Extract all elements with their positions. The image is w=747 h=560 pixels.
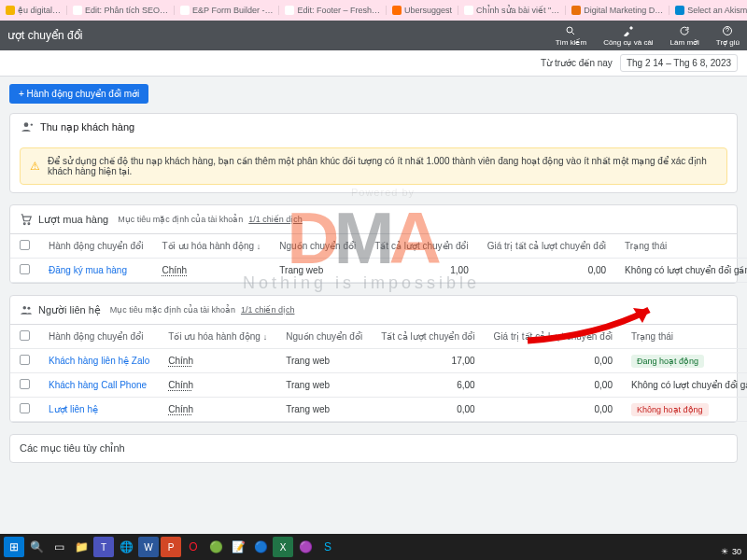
powerpoint-icon[interactable]: P — [161, 537, 181, 557]
svg-point-5 — [28, 223, 30, 225]
row-checkbox[interactable] — [20, 264, 30, 274]
help-button[interactable]: Trợ giú — [716, 25, 740, 47]
purchases-meta: Mục tiêu mặc định của tài khoản1/1 chiến… — [118, 215, 303, 224]
browser-tab[interactable]: Ubersuggest — [387, 6, 458, 15]
opera-icon[interactable]: O — [183, 537, 204, 557]
chrome-icon[interactable]: 🟢 — [205, 537, 226, 557]
browser-tab[interactable]: Edit: Phân tích SEO… — [67, 6, 175, 15]
row-checkbox[interactable] — [20, 379, 30, 389]
date-prefix: Từ trước đến nay — [541, 58, 613, 68]
table-row[interactable]: Lượt liên hệChínhTrang web0,000,00Không … — [10, 398, 747, 422]
row-checkbox[interactable] — [20, 355, 30, 365]
warning-icon: ⚠ — [30, 160, 40, 173]
sort-down-icon: ↓ — [257, 242, 261, 251]
svg-point-3 — [24, 122, 29, 127]
search-taskbar-icon[interactable]: 🔍 — [26, 537, 47, 557]
search-icon — [565, 25, 576, 36]
start-button[interactable]: ⊞ — [4, 537, 24, 557]
word-icon[interactable]: W — [138, 537, 159, 557]
svg-point-0 — [567, 27, 572, 33]
table-row[interactable]: Đăng ký mua hàngChínhTrang web1,000,00Kh… — [10, 259, 747, 283]
svg-point-4 — [23, 223, 25, 225]
browser-tab[interactable]: ệu digital… — [0, 6, 67, 15]
page-title: ượt chuyển đổi — [7, 29, 82, 42]
skype-icon[interactable]: S — [317, 537, 338, 557]
teams-icon[interactable]: T — [93, 537, 114, 557]
browser-tab[interactable]: Select an Akismet S… — [669, 6, 747, 15]
app-icon[interactable]: 🔵 — [250, 537, 271, 557]
purchases-table: Hành động chuyển đổi Tối ưu hóa hành độn… — [10, 234, 747, 283]
svg-point-7 — [27, 307, 30, 310]
date-range-bar: Từ trước đến nay Thg 2 14 – Thg 6 8, 202… — [0, 50, 747, 77]
conversion-link[interactable]: Khách hàng liên hệ Zalo — [49, 356, 149, 366]
acquisition-alert: ⚠ Để sử dụng chế độ thu nạp khách hàng, … — [20, 147, 727, 185]
purchases-header[interactable]: Lượt mua hàng — [20, 213, 108, 226]
conversion-link[interactable]: Lượt liên hệ — [49, 404, 98, 414]
table-row[interactable]: Khách hàng liên hệ ZaloChínhTrang web17,… — [10, 349, 747, 373]
person-add-icon — [20, 120, 33, 133]
contacts-card: Người liên hệ Mục tiêu mặc định của tài … — [9, 295, 738, 423]
svg-point-6 — [23, 306, 27, 310]
custom-goals-card[interactable]: Các mục tiêu tùy chỉnh — [9, 434, 738, 463]
browser-tab[interactable]: Chỉnh sửa bài viết "… — [458, 6, 566, 15]
task-view-icon[interactable]: ▭ — [49, 537, 69, 557]
contacts-header[interactable]: Người liên hệ — [20, 303, 101, 316]
help-icon — [722, 25, 733, 36]
wrench-icon — [623, 25, 634, 36]
conversion-link[interactable]: Đăng ký mua hàng — [49, 265, 127, 275]
svg-line-1 — [572, 32, 575, 35]
windows-taskbar[interactable]: ⊞ 🔍 ▭ 📁 T 🌐 W P O 🟢 📝 🔵 X 🟣 S ☀ 30 — [0, 534, 747, 560]
contacts-icon — [20, 303, 33, 316]
app-icon-2[interactable]: 🟣 — [295, 537, 316, 557]
browser-tab[interactable]: E&P Form Builder -… — [175, 6, 279, 15]
browser-tab[interactable]: Edit: Footer – Fresh… — [279, 6, 387, 15]
date-range-picker[interactable]: Thg 2 14 – Thg 6 8, 2023 — [620, 54, 738, 72]
row-checkbox[interactable] — [20, 403, 30, 413]
acquisition-header[interactable]: Thu nạp khách hàng — [10, 114, 737, 140]
refresh-button[interactable]: Làm mới — [670, 25, 699, 47]
new-conversion-action-button[interactable]: + Hành động chuyển đổi mới — [9, 84, 148, 104]
explorer-icon[interactable]: 📁 — [71, 537, 92, 557]
browser-tab[interactable]: Digital Marketing D… — [566, 6, 669, 15]
edge-icon[interactable]: 🌐 — [116, 537, 136, 557]
table-row[interactable]: Khách hàng Call PhoneChínhTrang web6,000… — [10, 373, 747, 398]
cart-icon — [20, 213, 33, 226]
notepad-icon[interactable]: 📝 — [228, 537, 248, 557]
acquisition-card: Thu nạp khách hàng ⚠ Để sử dụng chế độ t… — [9, 113, 738, 193]
conversion-link[interactable]: Khách hàng Call Phone — [49, 380, 147, 390]
select-all-checkbox[interactable] — [20, 330, 30, 341]
contacts-meta: Mục tiêu mặc định của tài khoản1/1 chiến… — [110, 305, 295, 315]
system-tray[interactable]: ☀ 30 — [721, 547, 741, 556]
refresh-icon — [679, 25, 690, 36]
purchases-card: Lượt mua hàng Mục tiêu mặc định của tài … — [9, 204, 738, 284]
select-all-checkbox[interactable] — [20, 240, 30, 250]
excel-icon[interactable]: X — [273, 537, 293, 557]
sort-down-icon: ↓ — [263, 332, 268, 342]
app-header: ượt chuyển đổi Tìm kiếm Công cụ và cài L… — [0, 21, 747, 50]
browser-tab-strip: ệu digital…Edit: Phân tích SEO…E&P Form … — [0, 0, 747, 21]
search-button[interactable]: Tìm kiếm — [556, 25, 586, 47]
tools-button[interactable]: Công cụ và cài — [603, 25, 653, 47]
contacts-table: Hành động chuyển đổi Tối ưu hóa hành độn… — [10, 325, 747, 422]
